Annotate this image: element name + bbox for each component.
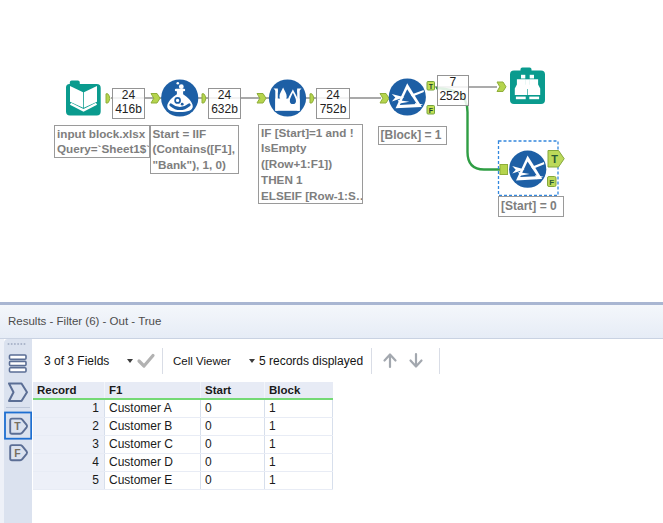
svg-text:F: F bbox=[549, 178, 554, 187]
svg-text:T: T bbox=[429, 83, 434, 90]
svg-text:T: T bbox=[551, 153, 558, 165]
svg-text:F: F bbox=[429, 107, 434, 114]
svg-text:F: F bbox=[14, 447, 21, 459]
svg-text:T: T bbox=[14, 420, 21, 432]
